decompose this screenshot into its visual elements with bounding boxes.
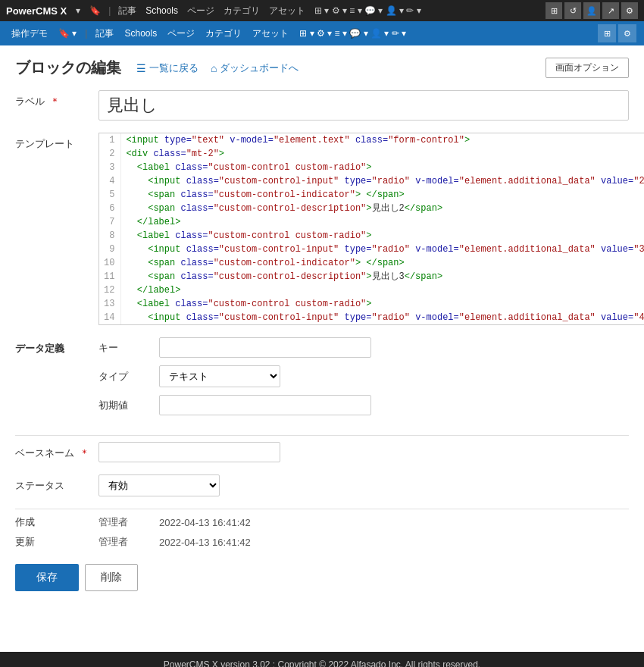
template-editor-wrap: 1 <input type="text" v-model="element.te… [98, 133, 644, 325]
code-line-1: 1 <input type="text" v-model="element.te… [99, 133, 644, 147]
top-nav-category[interactable]: カテゴリ [220, 5, 263, 17]
second-nav-brand[interactable]: 操作デモ [8, 27, 52, 40]
code-line-6: 6 <span class="custom-control-descriptio… [99, 202, 644, 215]
divider-2 [15, 509, 629, 509]
code-line-9: 9 <input class="custom-control-input" ty… [99, 243, 644, 256]
key-label: キー [98, 341, 159, 355]
top-nav-right-icons: ⊞ ↺ 👤 ↗ ⚙ [546, 2, 638, 19]
updated-author: 管理者 [98, 535, 159, 549]
base-name-input[interactable]: heading [98, 442, 280, 462]
code-line-5: 5 <span class="custom-control-indicator"… [99, 188, 644, 202]
type-row: タイプ テキスト 数値 真偽値 日付 [98, 365, 629, 387]
code-editor[interactable]: 1 <input type="text" v-model="element.te… [98, 133, 644, 325]
label-field-label: ラベル ＊ [15, 90, 98, 108]
base-name-row: ベースネーム ＊ heading [15, 442, 629, 462]
key-row: キー [98, 337, 629, 358]
list-icon: ☰ [136, 62, 146, 74]
page-header: ブロックの編集 ☰ 一覧に戻る ⌂ ダッシュボードへ 画面オプション [15, 58, 629, 78]
type-select[interactable]: テキスト 数値 真偽値 日付 [159, 365, 280, 387]
page-title: ブロックの編集 [15, 58, 121, 78]
second-nav-page[interactable]: ページ [164, 27, 199, 40]
type-label: タイプ [98, 370, 159, 384]
code-line-12: 12 </label> [99, 283, 644, 297]
label-field-row: ラベル ＊ [15, 90, 629, 121]
code-line-7: 7 </label> [99, 215, 644, 229]
top-nav-grid-icon[interactable]: ⊞ [546, 2, 562, 19]
top-nav-more-icons[interactable]: ⊞ ▾ ⚙ ▾ ≡ ▾ 💬 ▾ 👤 ▾ ✏ ▾ [311, 5, 424, 16]
default-val-row: 初期値 [98, 395, 629, 415]
data-def-row: データ定義 キー タイプ テキスト 数値 真偽値 日付 初期値 [15, 337, 629, 423]
top-nav-icon-bookmark[interactable]: 🔖 [86, 5, 104, 16]
second-nav-settings-icon[interactable]: ⚙ [618, 24, 636, 42]
screen-options-button[interactable]: 画面オプション [546, 58, 629, 78]
default-val-input[interactable] [159, 395, 371, 415]
code-line-13: 13 <label class="custom-control custom-r… [99, 297, 644, 311]
status-row: ステータス 有効 無効 [15, 474, 629, 496]
code-line-14: 14 <input class="custom-control-input" t… [99, 311, 644, 324]
footer-text: PowerCMS X version 3.02 : Copyright © 20… [164, 659, 480, 667]
created-author: 管理者 [98, 515, 159, 529]
top-nav-arrow-icon[interactable]: ↗ [602, 2, 619, 19]
created-label: 作成 [15, 515, 98, 529]
base-name-required: ＊ [77, 447, 89, 459]
top-nav-refresh-icon[interactable]: ↺ [564, 2, 581, 19]
code-line-3: 3 <label class="custom-control custom-ra… [99, 161, 644, 174]
code-line-4: 4 <input class="custom-control-input" ty… [99, 174, 644, 188]
updated-row: 更新 管理者 2022-04-13 16:41:42 [15, 535, 629, 549]
top-nav-schools[interactable]: Schools [142, 5, 181, 16]
second-nav-more[interactable]: ⊞ ▾ ⚙ ▾ ≡ ▾ 💬 ▾ 👤 ▾ ✏ ▾ [295, 28, 410, 39]
status-select[interactable]: 有効 無効 [98, 474, 220, 496]
divider-1 [15, 435, 629, 436]
label-input[interactable] [98, 90, 629, 121]
top-nav-arrow[interactable]: ▾ [73, 5, 83, 16]
second-nav-right-icons: ⊞ ⚙ [598, 24, 636, 42]
delete-button[interactable]: 削除 [85, 564, 138, 591]
created-date: 2022-04-13 16:41:42 [159, 517, 251, 528]
second-nav-icon-bookmark[interactable]: 🔖 ▾ [55, 28, 80, 39]
second-nav-article[interactable]: 記事 [92, 27, 117, 40]
second-nav-asset[interactable]: アセット [249, 27, 292, 40]
top-nav-article[interactable]: 記事 [115, 5, 139, 17]
updated-date: 2022-04-13 16:41:42 [159, 537, 251, 548]
updated-label: 更新 [15, 535, 98, 549]
dashboard-link[interactable]: ⌂ ダッシュボードへ [211, 61, 299, 75]
code-line-11: 11 <span class="custom-control-descripti… [99, 270, 644, 283]
status-label: ステータス [15, 474, 98, 493]
second-nav-category[interactable]: カテゴリ [202, 27, 245, 40]
brand-name: PowerCMS X [6, 5, 67, 17]
base-name-label: ベースネーム ＊ [15, 442, 98, 460]
save-button[interactable]: 保存 [15, 564, 79, 591]
top-navbar: PowerCMS X ▾ 🔖 | 記事 Schools ページ カテゴリ アセッ… [0, 0, 644, 21]
data-def-group: キー タイプ テキスト 数値 真偽値 日付 初期値 [98, 337, 629, 423]
second-nav-grid-icon[interactable]: ⊞ [598, 24, 616, 42]
top-nav-asset[interactable]: アセット [266, 5, 308, 17]
default-val-label: 初期値 [98, 399, 159, 412]
footer: PowerCMS X version 3.02 : Copyright © 20… [0, 652, 644, 667]
key-input[interactable] [159, 337, 371, 358]
second-navbar: 操作デモ 🔖 ▾ | 記事 Schools ページ カテゴリ アセット ⊞ ▾ … [0, 21, 644, 45]
top-nav-settings-icon[interactable]: ⚙ [621, 2, 638, 19]
top-nav-page[interactable]: ページ [184, 5, 217, 17]
label-input-wrap [98, 90, 629, 121]
top-nav-user-icon[interactable]: 👤 [583, 2, 600, 19]
back-link[interactable]: ☰ 一覧に戻る [136, 61, 199, 75]
home-icon: ⌂ [211, 62, 217, 74]
main-content: ブロックの編集 ☰ 一覧に戻る ⌂ ダッシュボードへ 画面オプション ラベル ＊… [0, 45, 644, 652]
created-row: 作成 管理者 2022-04-13 16:41:42 [15, 515, 629, 529]
breadcrumb-nav: ☰ 一覧に戻る ⌂ ダッシュボードへ [136, 61, 299, 75]
code-line-8: 8 <label class="custom-control custom-ra… [99, 229, 644, 243]
button-row: 保存 削除 [15, 564, 629, 591]
page-header-left: ブロックの編集 ☰ 一覧に戻る ⌂ ダッシュボードへ [15, 58, 299, 78]
code-line-10: 10 <span class="custom-control-indicator… [99, 256, 644, 270]
label-required: ＊ [47, 96, 60, 107]
template-field-row: テンプレート 1 <input type="text" v-model="ele… [15, 133, 629, 325]
data-def-label: データ定義 [15, 337, 98, 355]
code-line-2: 2 <div class="mt-2"> [99, 147, 644, 161]
template-label: テンプレート [15, 133, 98, 151]
second-nav-schools[interactable]: Schools [120, 28, 161, 39]
